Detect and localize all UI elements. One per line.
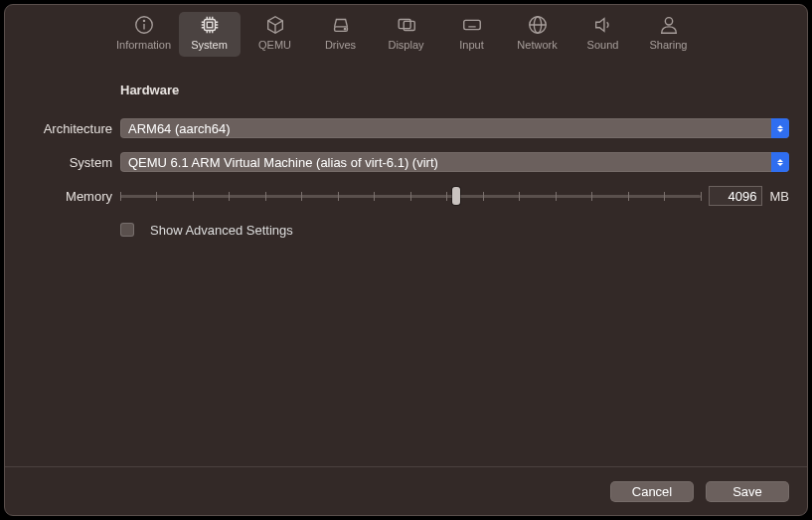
show-advanced-checkbox[interactable] xyxy=(120,223,134,237)
cube-icon xyxy=(264,13,286,37)
svg-point-2 xyxy=(143,20,144,21)
tab-label: Display xyxy=(388,39,423,51)
updown-icon xyxy=(771,152,789,172)
system-pane: Hardware Architecture ARM64 (aarch64) Sy… xyxy=(5,62,807,243)
memory-slider[interactable] xyxy=(120,184,701,208)
info-icon xyxy=(133,13,155,37)
svg-point-19 xyxy=(344,28,345,29)
system-popup[interactable]: QEMU 6.1 ARM Virtual Machine (alias of v… xyxy=(120,152,789,172)
cancel-button-label: Cancel xyxy=(632,484,672,499)
tab-label: QEMU xyxy=(258,39,291,51)
tab-drives[interactable]: Drives xyxy=(310,12,372,57)
cpu-icon xyxy=(199,13,221,37)
architecture-popup[interactable]: ARM64 (aarch64) xyxy=(120,118,789,138)
globe-icon xyxy=(527,13,549,37)
settings-toolbar: Information System QEMU Drives Display xyxy=(5,5,807,62)
memory-input[interactable] xyxy=(709,186,762,206)
hardware-heading: Hardware xyxy=(120,83,179,97)
drive-icon xyxy=(330,13,352,37)
svg-point-32 xyxy=(665,18,672,25)
dialog-footer: Cancel Save xyxy=(5,466,807,515)
tab-label: Drives xyxy=(325,39,356,51)
cancel-button[interactable]: Cancel xyxy=(610,481,694,502)
memory-unit: MB xyxy=(770,189,790,204)
display-icon xyxy=(395,13,418,37)
tab-network[interactable]: Network xyxy=(507,12,568,57)
tab-qemu[interactable]: QEMU xyxy=(244,12,306,57)
tab-input[interactable]: Input xyxy=(441,12,503,57)
save-button-label: Save xyxy=(732,484,762,499)
tab-label: Sound xyxy=(587,39,619,51)
tab-sharing[interactable]: Sharing xyxy=(638,12,700,57)
tab-sound[interactable]: Sound xyxy=(572,12,634,57)
tab-display[interactable]: Display xyxy=(376,12,437,57)
system-label: System xyxy=(23,155,120,170)
updown-icon xyxy=(771,118,789,138)
show-advanced-label: Show Advanced Settings xyxy=(150,223,293,238)
tab-label: Sharing xyxy=(650,39,688,51)
architecture-value: ARM64 (aarch64) xyxy=(128,121,231,136)
tab-system[interactable]: System xyxy=(179,12,241,57)
slider-thumb[interactable] xyxy=(452,187,460,205)
tab-information[interactable]: Information xyxy=(113,12,175,57)
svg-rect-22 xyxy=(463,20,480,29)
tab-label: System xyxy=(191,39,228,51)
architecture-label: Architecture xyxy=(23,121,120,136)
tab-label: Input xyxy=(459,39,483,51)
save-button[interactable]: Save xyxy=(706,481,789,502)
person-icon xyxy=(658,13,680,37)
tab-label: Network xyxy=(517,39,557,51)
svg-rect-4 xyxy=(207,22,213,28)
svg-rect-3 xyxy=(204,20,215,31)
keyboard-icon xyxy=(460,13,484,37)
tab-label: Information xyxy=(116,39,171,51)
speaker-icon xyxy=(592,13,614,37)
system-value: QEMU 6.1 ARM Virtual Machine (alias of v… xyxy=(128,155,438,170)
memory-label: Memory xyxy=(23,189,120,204)
settings-window: Information System QEMU Drives Display xyxy=(4,4,808,516)
